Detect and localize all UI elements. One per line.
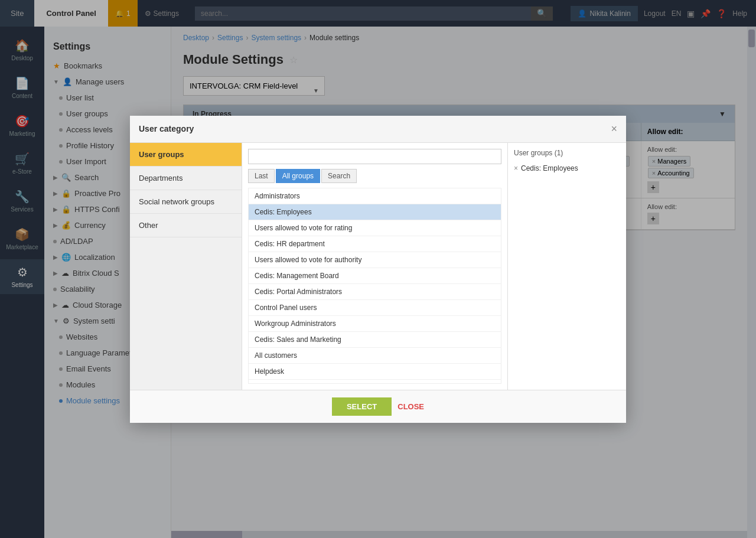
modal-overlay: User category × User groupsDepartmentsSo…	[0, 0, 756, 538]
user-category-modal: User category × User groupsDepartmentsSo…	[130, 116, 626, 423]
modal-search-row	[248, 149, 501, 164]
group-list-item[interactable]: Helpdesk	[249, 364, 501, 380]
modal-left-item-user-groups[interactable]: User groups	[130, 143, 242, 167]
modal-selected-items: × Cedis: Employees	[514, 162, 620, 175]
group-list-item[interactable]: Users allowed to vote for rating	[249, 220, 501, 236]
modal-header: User category ×	[130, 116, 626, 143]
modal-left-item-other[interactable]: Other	[130, 214, 242, 237]
select-button[interactable]: SELECT	[332, 397, 392, 416]
modal-body: User groupsDepartmentsSocial network gro…	[130, 143, 626, 390]
tab-last[interactable]: Last	[248, 169, 275, 183]
group-list-item[interactable]: Cedis: Portal Administrators	[249, 284, 501, 300]
modal-title: User category	[139, 124, 194, 133]
group-list-item[interactable]: Cedis: HR department	[249, 236, 501, 252]
selected-group-item: × Cedis: Employees	[514, 162, 620, 175]
group-list-item[interactable]: Cedis: Employees	[249, 204, 501, 220]
group-list-item[interactable]: Users allowed to vote for authority	[249, 252, 501, 268]
modal-search-input[interactable]	[248, 149, 501, 164]
modal-left-panel: User groupsDepartmentsSocial network gro…	[130, 143, 242, 390]
modal-right-title: User groups (1)	[514, 149, 620, 157]
group-list-item[interactable]: Administrators	[249, 188, 501, 204]
modal-right-panel: User groups (1) × Cedis: Employees	[508, 143, 626, 390]
modal-close-x-button[interactable]: ×	[611, 123, 617, 135]
tab-search[interactable]: Search	[321, 169, 357, 183]
group-list-item[interactable]: Control Panel users	[249, 300, 501, 316]
modal-left-item-departments[interactable]: Departments	[130, 167, 242, 190]
group-list-item[interactable]: Cedis: Sales and Marketing	[249, 332, 501, 348]
tab-row: Last All groups Search	[248, 169, 501, 183]
modal-left-item-social-network-groups[interactable]: Social network groups	[130, 190, 242, 214]
group-list-item[interactable]: Online store administrators	[249, 380, 501, 384]
group-list-item[interactable]: All customers	[249, 348, 501, 364]
group-list: AdministratorsCedis: EmployeesUsers allo…	[248, 188, 501, 384]
group-list-item[interactable]: Workgroup Administrators	[249, 316, 501, 332]
remove-selected-icon[interactable]: ×	[514, 164, 518, 172]
modal-footer: SELECT CLOSE	[130, 390, 626, 423]
group-list-item[interactable]: Cedis: Management Board	[249, 268, 501, 284]
close-button[interactable]: CLOSE	[397, 397, 424, 416]
modal-center-panel: Last All groups Search AdministratorsCed…	[242, 143, 508, 390]
tab-all-groups[interactable]: All groups	[276, 169, 320, 183]
